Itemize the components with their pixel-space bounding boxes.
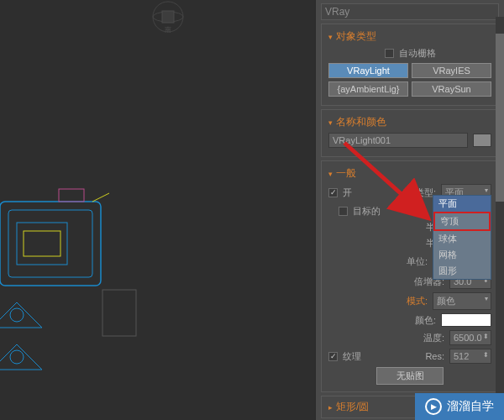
texture-label: 纹理 — [343, 350, 420, 363]
dropdown-item-plane[interactable]: 平面 — [433, 196, 491, 212]
rollout-header-name-color[interactable]: 名称和颜色 — [328, 113, 491, 131]
temperature-label: 温度: — [423, 332, 444, 344]
rollout-general: 一般 开 类型: 平面 目标的 平面 穹顶 球体 网格 圆形 半长 半高 单 — [321, 160, 499, 392]
command-panel: VRay 对象类型 自动栅格 VRayLight VRayIES {ayAmbi… — [315, 0, 504, 420]
svg-point-10 — [10, 308, 24, 322]
wireframe-drawing — [0, 151, 151, 403]
navigation-cube[interactable]: 南 — [139, 0, 197, 34]
auto-grid-label: 自动栅格 — [399, 47, 436, 60]
object-name-input[interactable] — [328, 133, 468, 148]
vrayies-button[interactable]: VRayIES — [412, 63, 491, 78]
rollout-header-object-type[interactable]: 对象类型 — [328, 28, 491, 45]
mode-dropdown[interactable]: 颜色 — [433, 292, 491, 310]
watermark-text: 溜溜自学 — [447, 399, 494, 414]
viewport-3d[interactable]: 南 — [0, 0, 315, 420]
rollout-title-label: 名称和颜色 — [336, 115, 386, 129]
vrayambient-button[interactable]: {ayAmbientLig} — [328, 81, 408, 97]
type-dropdown-menu: 平面 穹顶 球体 网格 圆形 — [433, 195, 491, 280]
scrollbar-thumb[interactable] — [496, 34, 504, 202]
panel-title: VRay — [321, 3, 499, 20]
vraysun-button[interactable]: VRaySun — [412, 81, 491, 97]
svg-rect-15 — [102, 290, 136, 336]
dropdown-item-disc[interactable]: 圆形 — [433, 263, 491, 279]
mode-label: 模式: — [407, 295, 428, 307]
target-checkbox[interactable] — [339, 207, 348, 216]
dropdown-item-dome[interactable]: 穹顶 — [433, 212, 491, 231]
rollout-title-label: 对象类型 — [336, 29, 376, 44]
svg-rect-5 — [8, 210, 92, 277]
dropdown-item-mesh[interactable]: 网格 — [433, 247, 491, 263]
res-label: Res: — [425, 351, 444, 361]
play-icon — [425, 398, 442, 415]
svg-rect-8 — [59, 189, 84, 202]
svg-rect-7 — [24, 231, 60, 256]
svg-line-14 — [92, 193, 109, 202]
on-checkbox[interactable] — [328, 188, 338, 197]
color-swatch[interactable] — [441, 313, 491, 327]
svg-point-12 — [10, 350, 24, 364]
temperature-spinner[interactable]: 6500.0 — [449, 330, 491, 345]
watermark: 溜溜自学 — [415, 393, 504, 420]
units-label: 单位: — [407, 255, 428, 268]
panel-scrollbar[interactable] — [496, 17, 504, 412]
rollout-title-label: 一般 — [336, 166, 356, 181]
svg-rect-2 — [162, 11, 174, 23]
texture-checkbox[interactable] — [328, 352, 338, 361]
object-color-swatch[interactable] — [473, 134, 491, 147]
svg-marker-9 — [0, 302, 42, 328]
mode-value: 颜色 — [437, 296, 455, 306]
svg-rect-4 — [0, 202, 101, 286]
color-label: 颜色: — [415, 314, 436, 327]
res-spinner[interactable]: 512 — [449, 349, 491, 364]
rollout-header-general[interactable]: 一般 — [328, 165, 491, 182]
svg-marker-11 — [0, 344, 42, 370]
target-label: 目标的 — [353, 205, 381, 218]
rollout-object-type: 对象类型 自动栅格 VRayLight VRayIES {ayAmbientLi… — [321, 24, 499, 106]
svg-text:南: 南 — [165, 26, 171, 34]
dropdown-item-sphere[interactable]: 球体 — [433, 231, 491, 247]
rollout-name-color: 名称和颜色 — [321, 109, 499, 157]
vraylight-button[interactable]: VRayLight — [328, 63, 408, 78]
svg-rect-6 — [17, 223, 67, 265]
no-map-button[interactable]: 无贴图 — [376, 367, 444, 385]
rollout-title-label: 矩形/圆 — [336, 400, 369, 414]
on-label: 开 — [343, 186, 410, 199]
auto-grid-checkbox[interactable] — [385, 49, 394, 58]
